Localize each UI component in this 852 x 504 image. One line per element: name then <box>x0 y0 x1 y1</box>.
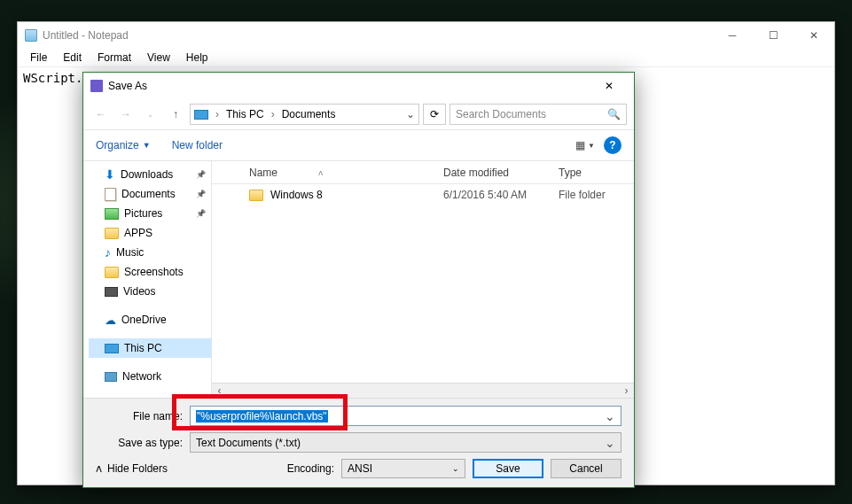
saveastype-select[interactable]: Text Documents (*.txt) <box>190 432 621 453</box>
chevron-right-icon: › <box>271 108 275 120</box>
close-button[interactable]: ✕ <box>793 22 834 49</box>
tree-item-onedrive[interactable]: ☁OneDrive <box>89 310 211 330</box>
breadcrumb-root[interactable]: This PC <box>226 108 264 120</box>
music-icon: ♪ <box>105 245 111 260</box>
encoding-select[interactable]: ANSI ⌄ <box>341 459 465 478</box>
network-icon <box>105 372 117 382</box>
tree-label: APPS <box>124 227 152 239</box>
menu-file[interactable]: File <box>23 50 54 66</box>
refresh-button[interactable]: ⟳ <box>423 104 446 125</box>
tree-label: Screenshots <box>124 266 184 278</box>
encoding-label: Encoding: <box>287 462 334 475</box>
sort-indicator-icon: ʌ <box>318 168 323 177</box>
menu-edit[interactable]: Edit <box>56 50 89 66</box>
folder-icon <box>249 190 263 201</box>
address-dropdown-icon[interactable]: ⌄ <box>406 108 415 120</box>
scroll-right-icon[interactable]: › <box>619 384 634 397</box>
filename-label: File name: <box>96 410 190 423</box>
notepad-title: Untitled - Notepad <box>43 29 129 42</box>
menu-format[interactable]: Format <box>90 50 138 66</box>
tree-item-downloads[interactable]: ⬇Downloads <box>89 165 211 184</box>
col-name[interactable]: Name <box>249 167 277 179</box>
saveastype-value: Text Documents (*.txt) <box>196 437 301 449</box>
tree-label: Downloads <box>121 168 173 181</box>
tree-item-screenshots[interactable]: Screenshots <box>89 262 211 282</box>
tree-label: Pictures <box>124 207 162 220</box>
saveas-titlebar[interactable]: Save As ✕ <box>83 73 634 99</box>
tree-item-pictures[interactable]: Pictures <box>89 204 211 223</box>
row-type: File folder <box>559 189 634 201</box>
tree-label: This PC <box>124 342 162 354</box>
folder-icon <box>105 267 119 278</box>
tree-label: Music <box>116 246 144 259</box>
pictures-icon <box>105 208 119 220</box>
download-icon: ⬇ <box>105 167 115 182</box>
nav-recent-button[interactable]: ⌄ <box>140 104 161 125</box>
breadcrumb-folder[interactable]: Documents <box>282 108 336 120</box>
onedrive-icon: ☁ <box>105 314 116 327</box>
search-placeholder: Search Documents <box>456 108 546 120</box>
saveas-title: Save As <box>108 80 147 92</box>
address-bar[interactable]: › This PC › Documents ⌄ <box>190 104 419 125</box>
row-date: 6/1/2016 5:40 AM <box>443 189 559 201</box>
tree-item-network[interactable]: Network <box>89 367 211 386</box>
nav-back-button[interactable]: ← <box>90 104 112 125</box>
col-type[interactable]: Type <box>559 167 634 179</box>
search-input[interactable]: Search Documents 🔍 <box>449 104 627 125</box>
file-row[interactable]: Windows 86/1/2016 5:40 AMFile folder <box>212 184 634 205</box>
chevron-right-icon: › <box>215 108 219 120</box>
notepad-icon <box>25 29 37 42</box>
scroll-left-icon[interactable]: ‹ <box>212 384 227 397</box>
save-icon <box>90 80 103 92</box>
row-name: Windows 8 <box>270 189 323 201</box>
document-icon <box>105 188 116 201</box>
saveas-dialog: Save As ✕ ← → ⌄ ↑ › This PC › Documents … <box>82 72 635 488</box>
nav-forward-button[interactable]: → <box>115 104 137 125</box>
video-icon <box>105 287 118 297</box>
filename-value: "%userprofile%\launch.vbs" <box>196 410 328 423</box>
cancel-button[interactable]: Cancel <box>551 459 621 478</box>
tree-item-videos[interactable]: Videos <box>89 282 211 301</box>
view-button[interactable]: ▦ ▼ <box>575 139 595 151</box>
notepad-titlebar[interactable]: Untitled - Notepad ─ ☐ ✕ <box>18 22 834 49</box>
minimize-button[interactable]: ─ <box>712 22 753 49</box>
organize-button[interactable]: Organize ▼ <box>96 139 151 151</box>
thispc-icon <box>105 344 119 353</box>
tree-item-this-pc[interactable]: This PC <box>89 338 211 358</box>
tree-label: Documents <box>121 188 176 200</box>
folder-icon <box>105 228 119 239</box>
chevron-up-icon: ʌ <box>96 462 102 475</box>
maximize-button[interactable]: ☐ <box>753 22 793 49</box>
thispc-icon <box>194 110 208 120</box>
newfolder-button[interactable]: New folder <box>172 139 223 151</box>
nav-up-button[interactable]: ↑ <box>165 104 186 125</box>
notepad-menubar: File Edit Format View Help <box>18 49 834 67</box>
chevron-down-icon: ⌄ <box>452 464 459 473</box>
tree-item-music[interactable]: ♪Music <box>89 243 211 262</box>
menu-view[interactable]: View <box>140 50 177 66</box>
horizontal-scrollbar[interactable]: ‹ › <box>212 383 634 398</box>
save-button[interactable]: Save <box>473 459 543 478</box>
tree-label: OneDrive <box>121 314 167 326</box>
saveastype-label: Save as type: <box>96 437 190 449</box>
tree-label: Videos <box>123 285 155 298</box>
filename-input[interactable]: "%userprofile%\launch.vbs" <box>190 406 621 426</box>
tree-item-apps[interactable]: APPS <box>89 223 211 243</box>
hide-folders-button[interactable]: ʌ Hide Folders <box>96 462 168 475</box>
navigation-tree[interactable]: ⬇DownloadsDocumentsPicturesAPPS♪MusicScr… <box>83 161 212 398</box>
col-date[interactable]: Date modified <box>443 167 559 179</box>
help-button[interactable]: ? <box>604 136 621 154</box>
tree-item-documents[interactable]: Documents <box>89 184 211 204</box>
tree-label: Network <box>122 370 161 383</box>
search-icon: 🔍 <box>607 108 621 120</box>
file-list[interactable]: Nameʌ Date modified Type Windows 86/1/20… <box>212 161 634 398</box>
saveas-close-button[interactable]: ✕ <box>591 80 627 92</box>
menu-help[interactable]: Help <box>179 50 215 66</box>
